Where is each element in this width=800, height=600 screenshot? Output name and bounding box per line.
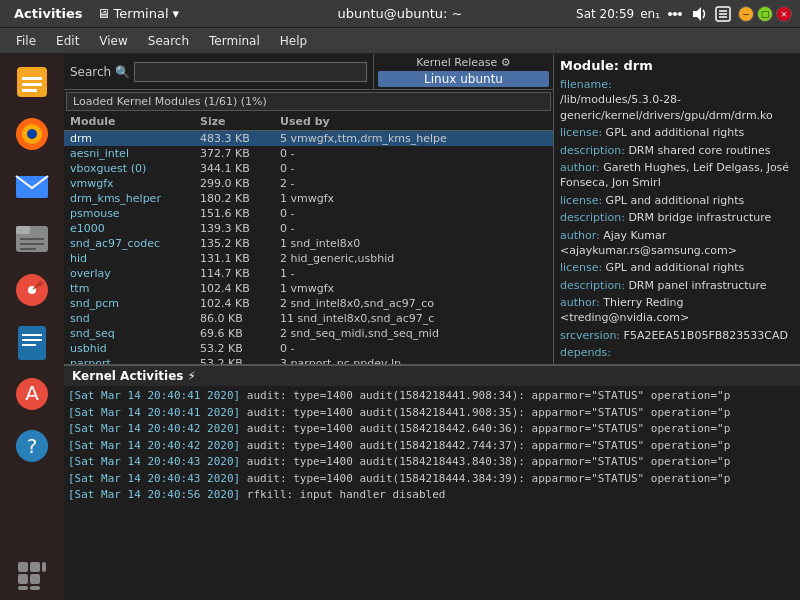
module-name: snd_pcm (70, 297, 200, 310)
sidebar-icon-files[interactable] (8, 58, 56, 106)
topbar: Activities 🖥 Terminal ▾ ubuntu@ubuntu: ~… (0, 0, 800, 28)
module-name: snd_seq (70, 327, 200, 340)
table-row[interactable]: aesni_intel372.7 KB0 - (64, 146, 553, 161)
table-row[interactable]: overlay114.7 KB1 - (64, 266, 553, 281)
table-row[interactable]: snd_seq69.6 KB2 snd_seq_midi,snd_seq_mid (64, 326, 553, 341)
svg-text:?: ? (27, 434, 38, 458)
svg-marker-5 (693, 7, 701, 21)
module-usedby: 0 - (280, 162, 547, 175)
table-row[interactable]: snd86.0 KB11 snd_intel8x0,snd_ac97_c (64, 311, 553, 326)
svg-rect-33 (18, 562, 28, 572)
terminal-dropdown-icon[interactable]: ▾ (173, 6, 180, 21)
sidebar-icon-appstore[interactable]: A (8, 370, 56, 418)
table-row[interactable]: psmouse151.6 KB0 - (64, 206, 553, 221)
svg-text:A: A (25, 381, 39, 405)
svg-rect-19 (16, 226, 30, 234)
svg-rect-39 (30, 586, 40, 590)
table-row[interactable]: snd_ac97_codec135.2 KB1 snd_intel8x0 (64, 236, 553, 251)
topbar-right: Sat 20:59 en₁ − □ × (576, 5, 792, 23)
table-row[interactable]: snd_pcm102.4 KB2 snd_intel8x0,snd_ac97_c… (64, 296, 553, 311)
module-usedby: 0 - (280, 222, 547, 235)
table-row[interactable]: drm_kms_helper180.2 KB1 vmwgfx (64, 191, 553, 206)
module-name: aesni_intel (70, 147, 200, 160)
table-row[interactable]: drm483.3 KB5 vmwgfx,ttm,drm_kms_helpe (64, 131, 553, 146)
detail-author3: author: Thierry Reding <treding@nvidia.c… (560, 295, 794, 326)
search-input[interactable] (134, 62, 367, 82)
module-size: 135.2 KB (200, 237, 280, 250)
svg-rect-37 (30, 574, 40, 584)
module-name: drm (70, 132, 200, 145)
menubar-item-search[interactable]: Search (140, 32, 197, 50)
menubar-item-edit[interactable]: Edit (48, 32, 87, 50)
menubar-item-file[interactable]: File (8, 32, 44, 50)
minimize-button[interactable]: − (738, 6, 754, 22)
module-name: drm_kms_helper (70, 192, 200, 205)
svg-point-1 (673, 12, 677, 16)
sidebar-icon-music[interactable] (8, 266, 56, 314)
svg-rect-35 (42, 562, 46, 572)
menubar-item-help[interactable]: Help (272, 32, 315, 50)
module-usedby: 5 vmwgfx,ttm,drm_kms_helpe (280, 132, 547, 145)
table-row[interactable]: vboxguest (0)344.1 KB0 - (64, 161, 553, 176)
table-row[interactable]: vmwgfx299.0 KB2 - (64, 176, 553, 191)
activities-button[interactable]: Activities (8, 4, 89, 23)
module-usedby: 0 - (280, 147, 547, 160)
log-timestamp: [Sat Mar 14 20:40:43 2020] (68, 455, 240, 468)
sidebar-icon-help[interactable]: ? (8, 422, 56, 470)
col-header-module: Module (70, 115, 200, 128)
table-row[interactable]: ttm102.4 KB1 vmwgfx (64, 281, 553, 296)
detail-author1: author: Gareth Hughes, Leif Delgass, Jos… (560, 160, 794, 191)
module-name: snd (70, 312, 200, 325)
modules-list: drm483.3 KB5 vmwgfx,ttm,drm_kms_helpeaes… (64, 131, 553, 364)
log-entry: [Sat Mar 14 20:40:41 2020] audit: type=1… (68, 388, 796, 405)
sidebar-icon-libreoffice[interactable] (8, 318, 56, 366)
module-size: 180.2 KB (200, 192, 280, 205)
activities-header: Kernel Activities ⚡ (64, 366, 800, 386)
module-size: 139.3 KB (200, 222, 280, 235)
main-content: Search 🔍 Kernel Release ⚙ Linux ubuntu L… (64, 54, 800, 600)
svg-point-16 (27, 129, 37, 139)
log-entry: [Sat Mar 14 20:40:42 2020] audit: type=1… (68, 421, 796, 438)
module-name: psmouse (70, 207, 200, 220)
topbar-left: Activities 🖥 Terminal ▾ (8, 4, 179, 23)
close-button[interactable]: × (776, 6, 792, 22)
sidebar-icon-email[interactable] (8, 162, 56, 210)
maximize-button[interactable]: □ (757, 6, 773, 22)
activities-log: [Sat Mar 14 20:40:41 2020] audit: type=1… (64, 386, 800, 586)
module-size: 102.4 KB (200, 297, 280, 310)
sidebar-icon-firefox[interactable] (8, 110, 56, 158)
module-usedby: 11 snd_intel8x0,snd_ac97_c (280, 312, 547, 325)
log-timestamp: [Sat Mar 14 20:40:42 2020] (68, 422, 240, 435)
menubar-item-terminal[interactable]: Terminal (201, 32, 268, 50)
svg-rect-38 (18, 586, 28, 590)
module-name: parport (70, 357, 200, 364)
log-timestamp: [Sat Mar 14 20:40:56 2020] (68, 488, 240, 501)
table-row[interactable]: hid131.1 KB2 hid_generic,usbhid (64, 251, 553, 266)
log-entry: [Sat Mar 14 20:40:41 2020] audit: type=1… (68, 405, 796, 422)
svg-rect-36 (18, 574, 28, 584)
left-panel: Search 🔍 Kernel Release ⚙ Linux ubuntu L… (64, 54, 554, 364)
kernel-release-value: Linux ubuntu (378, 71, 549, 87)
module-size: 53.2 KB (200, 342, 280, 355)
module-usedby: 2 - (280, 177, 547, 190)
table-row[interactable]: parport53.2 KB3 parport_pc,ppdev,lp (64, 356, 553, 364)
module-size: 372.7 KB (200, 147, 280, 160)
module-size: 299.0 KB (200, 177, 280, 190)
sidebar-icon-apps[interactable] (8, 552, 56, 600)
table-row[interactable]: usbhid53.2 KB0 - (64, 341, 553, 356)
table-row[interactable]: e1000139.3 KB0 - (64, 221, 553, 236)
language-button[interactable]: en₁ (640, 7, 660, 21)
modules-header-bar: Loaded Kernel Modules (1/61) (1%) (66, 92, 551, 111)
detail-author2: author: Ajay Kumar <ajaykumar.rs@samsung… (560, 228, 794, 259)
sidebar-icon-filemanager[interactable] (8, 214, 56, 262)
modules-section: Loaded Kernel Modules (1/61) (1%) Module… (64, 90, 553, 364)
svg-rect-28 (22, 344, 36, 346)
detail-srcversion: srcversion: F5A2EEA51B05FB823533CAD (560, 328, 794, 343)
module-size: 131.1 KB (200, 252, 280, 265)
menubar: FileEditViewSearchTerminalHelp (0, 28, 800, 54)
sidebar: A ? (0, 54, 64, 600)
module-usedby: 2 snd_seq_midi,snd_seq_mid (280, 327, 547, 340)
search-label: Search 🔍 (70, 65, 130, 79)
svg-rect-27 (22, 339, 42, 341)
menubar-item-view[interactable]: View (91, 32, 135, 50)
